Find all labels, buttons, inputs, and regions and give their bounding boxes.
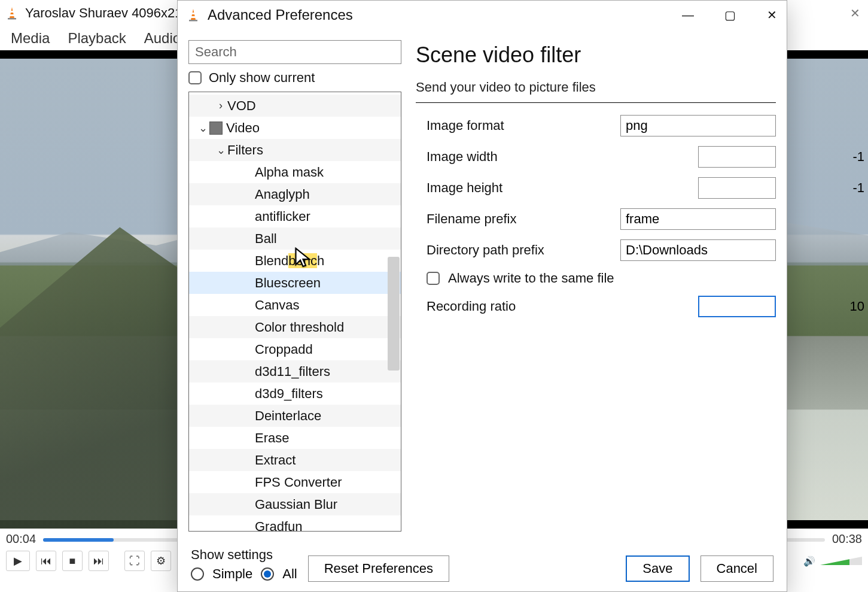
svg-rect-2 bbox=[10, 14, 14, 16]
tree-item-filter[interactable]: Alpha mask bbox=[189, 161, 401, 183]
play-button[interactable]: ▶ bbox=[6, 551, 30, 571]
image-width-value[interactable] bbox=[699, 148, 868, 165]
tree-item-filter[interactable]: d3d9_filters bbox=[189, 382, 401, 405]
menu-audio[interactable]: Audio bbox=[144, 30, 181, 47]
image-height-spinner[interactable]: ▲▼ bbox=[698, 177, 776, 199]
only-show-current-checkbox[interactable]: Only show current bbox=[188, 70, 401, 86]
volume-icon[interactable]: 🔊 bbox=[803, 555, 815, 567]
directory-prefix-input[interactable]: D:\Downloads bbox=[620, 239, 776, 261]
preferences-dialog: Advanced Preferences — ▢ ✕ Search Only s… bbox=[177, 0, 787, 592]
radio-all[interactable] bbox=[261, 567, 274, 581]
filename-prefix-input[interactable]: frame bbox=[620, 208, 776, 230]
image-width-spinner[interactable]: ▲▼ bbox=[698, 146, 776, 168]
tree-item-filter[interactable]: Croppadd bbox=[189, 338, 401, 360]
tree-item-video[interactable]: ⌄ Video bbox=[189, 117, 401, 139]
recording-ratio-value[interactable] bbox=[699, 298, 868, 315]
tree-item-filters[interactable]: ⌄ Filters bbox=[189, 139, 401, 161]
tree-item-filter[interactable]: Anaglyph bbox=[189, 183, 401, 205]
volume-control[interactable]: 🔊 bbox=[803, 555, 862, 567]
tree-item-filter[interactable]: Blendbench bbox=[189, 250, 401, 272]
directory-prefix-label: Directory path prefix bbox=[416, 242, 620, 258]
volume-bar[interactable] bbox=[820, 557, 862, 565]
chevron-down-icon: ⌄ bbox=[214, 144, 227, 157]
radio-simple[interactable] bbox=[191, 567, 204, 581]
image-height-value[interactable] bbox=[699, 180, 868, 196]
always-same-file-label: Always write to the same file bbox=[448, 271, 614, 286]
tree-item-filter[interactable]: antiflicker bbox=[189, 205, 401, 227]
next-button[interactable]: ⏭ bbox=[89, 551, 109, 571]
radio-simple-label: Simple bbox=[212, 566, 252, 582]
dialog-minimize-icon[interactable]: — bbox=[679, 8, 697, 22]
time-total: 00:38 bbox=[832, 532, 862, 546]
svg-rect-5 bbox=[191, 13, 195, 14]
dialog-titlebar: Advanced Preferences — ▢ ✕ bbox=[178, 1, 787, 29]
dialog-maximize-icon[interactable]: ▢ bbox=[721, 8, 739, 22]
svg-rect-3 bbox=[8, 18, 16, 20]
player-close-icon[interactable]: ✕ bbox=[846, 6, 863, 20]
vlc-icon bbox=[5, 6, 19, 20]
checkbox-icon[interactable] bbox=[188, 71, 202, 84]
image-height-label: Image height bbox=[416, 180, 698, 196]
menu-media[interactable]: Media bbox=[11, 30, 50, 47]
chevron-down-icon: ⌄ bbox=[196, 122, 209, 135]
tree-item-filter[interactable]: Extract bbox=[189, 449, 401, 471]
reset-preferences-button[interactable]: Reset Preferences bbox=[308, 555, 449, 582]
pane-title: Scene video filter bbox=[416, 40, 776, 68]
svg-rect-6 bbox=[191, 16, 196, 18]
tree-item-filter[interactable]: Ball bbox=[189, 227, 401, 250]
image-width-label: Image width bbox=[416, 149, 698, 165]
tree-item-filter[interactable]: Bluescreen bbox=[189, 272, 401, 294]
tree-item-filter[interactable]: Deinterlace bbox=[189, 405, 401, 427]
ext-settings-button[interactable]: ⚙ bbox=[151, 551, 171, 571]
pane-subtitle: Send your video to picture files bbox=[416, 80, 776, 103]
image-format-label: Image format bbox=[416, 118, 620, 133]
cancel-button[interactable]: Cancel bbox=[701, 555, 773, 582]
image-format-input[interactable]: png bbox=[620, 115, 776, 136]
prefs-tree[interactable]: › VOD ⌄ Video ⌄ Filters Alpha mask Anagl… bbox=[188, 92, 401, 532]
fullscreen-button[interactable]: ⛶ bbox=[124, 551, 145, 571]
vlc-icon bbox=[186, 8, 200, 22]
stop-button[interactable]: ■ bbox=[62, 551, 83, 571]
tree-item-filter[interactable]: Erase bbox=[189, 427, 401, 449]
dialog-close-icon[interactable]: ✕ bbox=[763, 8, 781, 22]
tree-scrollbar[interactable] bbox=[388, 257, 400, 371]
menu-playback[interactable]: Playback bbox=[68, 30, 126, 47]
only-show-current-label: Only show current bbox=[209, 70, 315, 86]
tree-item-filter[interactable]: Gradfun bbox=[189, 515, 401, 532]
dialog-footer: Show settings Simple All Reset Preferenc… bbox=[178, 532, 787, 591]
svg-rect-1 bbox=[10, 11, 14, 13]
tree-item-vod[interactable]: › VOD bbox=[189, 95, 401, 117]
tree-item-filter[interactable]: Color threshold bbox=[189, 316, 401, 338]
radio-all-label: All bbox=[282, 566, 297, 582]
search-input[interactable]: Search bbox=[188, 40, 401, 64]
recording-ratio-label: Recording ratio bbox=[416, 299, 698, 314]
show-settings-label: Show settings bbox=[191, 547, 297, 563]
tree-item-filter[interactable]: Canvas bbox=[189, 294, 401, 316]
filename-prefix-label: Filename prefix bbox=[416, 211, 620, 227]
player-title: Yaroslav Shuraev 4096x21 bbox=[25, 5, 182, 21]
video-category-icon bbox=[209, 122, 223, 135]
always-same-file-checkbox[interactable] bbox=[427, 272, 440, 285]
svg-rect-7 bbox=[189, 20, 197, 22]
chevron-right-icon: › bbox=[214, 99, 227, 112]
recording-ratio-spinner[interactable]: ▲▼ bbox=[698, 296, 776, 317]
prev-button[interactable]: ⏮ bbox=[36, 551, 56, 571]
tree-item-filter[interactable]: FPS Converter bbox=[189, 471, 401, 493]
save-button[interactable]: Save bbox=[626, 555, 689, 582]
tree-item-filter[interactable]: Gaussian Blur bbox=[189, 493, 401, 515]
time-current: 00:04 bbox=[6, 532, 36, 546]
tree-item-filter[interactable]: d3d11_filters bbox=[189, 360, 401, 382]
dialog-title: Advanced Preferences bbox=[208, 7, 353, 23]
